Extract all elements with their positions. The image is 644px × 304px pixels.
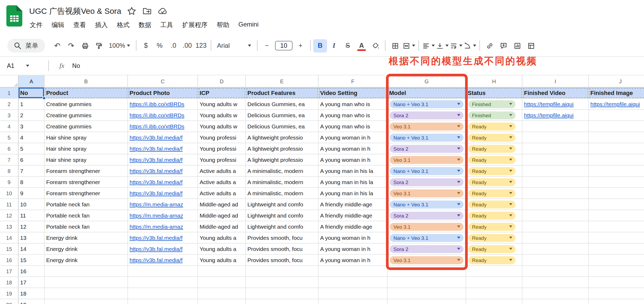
product-photo-link-cell[interactable]: https://v3b.fal.media/f xyxy=(128,177,198,188)
product-photo-link-cell[interactable]: https://v3b.fal.media/f xyxy=(128,255,198,266)
currency-format-button[interactable]: $ xyxy=(139,39,153,52)
header-cell-no[interactable]: No xyxy=(19,88,45,99)
status-dropdown-chip[interactable]: Ready xyxy=(468,156,516,164)
header-cell-model[interactable]: Model xyxy=(388,88,466,99)
decrease-decimal-button[interactable]: .0 xyxy=(166,39,180,52)
strikethrough-button[interactable]: S xyxy=(341,39,355,52)
status-dropdown-chip[interactable]: Ready xyxy=(468,200,516,208)
horizontal-align-button[interactable] xyxy=(422,39,435,52)
column-header-C[interactable]: C xyxy=(128,75,198,88)
row-header-12[interactable]: 12 xyxy=(0,210,19,221)
status-dropdown-chip[interactable]: Finished xyxy=(468,100,516,108)
search-menus-button[interactable]: 菜单 xyxy=(7,39,45,53)
fill-color-button[interactable] xyxy=(368,39,382,52)
row-header-2[interactable]: 2 xyxy=(0,99,19,110)
model-dropdown-chip[interactable]: Veo 3.1 xyxy=(390,223,463,231)
zoom-selector[interactable]: 100% xyxy=(106,39,133,52)
row-header-18[interactable]: 18 xyxy=(0,277,19,288)
row-header-19[interactable]: 19 xyxy=(0,288,19,299)
row-header-16[interactable]: 16 xyxy=(0,255,19,266)
status-dropdown-chip[interactable]: Ready xyxy=(468,245,516,253)
bold-button[interactable]: B xyxy=(313,39,327,52)
model-dropdown-chip[interactable]: Veo 3.1 xyxy=(390,189,463,197)
formula-input[interactable]: No xyxy=(72,63,80,69)
product-photo-link-cell[interactable]: https://v3b.fal.media/f xyxy=(128,244,198,255)
status-dropdown-chip[interactable]: Ready xyxy=(468,211,516,219)
model-dropdown-chip[interactable]: Nano + Veo 3.1 xyxy=(390,100,463,108)
header-cell-finished-video[interactable]: Finished Video xyxy=(522,88,589,99)
font-selector[interactable]: Arial xyxy=(214,39,254,52)
menu-help[interactable]: 帮助 xyxy=(213,19,233,31)
model-dropdown-chip[interactable]: Sora 2 xyxy=(390,211,463,219)
column-header-D[interactable]: D xyxy=(198,75,246,88)
row-header-8[interactable]: 8 xyxy=(0,166,19,177)
row-header-5[interactable]: 5 xyxy=(0,132,19,143)
finished-video-link-cell[interactable]: https://tempfile.aiqui xyxy=(522,99,589,110)
product-photo-link-cell[interactable]: https://m.media-amaz xyxy=(128,199,198,210)
fill-handle[interactable] xyxy=(42,97,46,100)
column-header-F[interactable]: F xyxy=(319,75,388,88)
select-all-button[interactable] xyxy=(0,75,19,88)
header-cell-finished-image[interactable]: Finished Image xyxy=(589,88,644,99)
header-cell-product-photo[interactable]: Product Photo xyxy=(128,88,198,99)
sheets-logo[interactable] xyxy=(6,5,22,29)
row-header-3[interactable]: 3 xyxy=(0,110,19,121)
status-dropdown-chip[interactable]: Ready xyxy=(468,133,516,141)
product-photo-link-cell[interactable]: https://v3b.fal.media/f xyxy=(128,132,198,143)
name-box[interactable]: A1 xyxy=(0,63,46,69)
undo-button[interactable]: ↶ xyxy=(50,39,64,52)
row-header-10[interactable]: 10 xyxy=(0,188,19,199)
menu-view[interactable]: 查看 xyxy=(70,19,90,31)
menu-gemini[interactable]: Gemini xyxy=(235,19,262,31)
finished-image-link-cell[interactable]: https://tempfile.aiqui xyxy=(589,99,644,110)
product-photo-link-cell[interactable]: https://v3b.fal.media/f xyxy=(128,232,198,244)
insert-link-button[interactable] xyxy=(483,39,496,52)
table-icon[interactable] xyxy=(524,39,538,52)
model-dropdown-chip[interactable]: Sora 2 xyxy=(390,245,463,253)
column-header-H[interactable]: H xyxy=(466,75,522,88)
column-header-J[interactable]: J xyxy=(589,75,644,88)
row-header-14[interactable]: 14 xyxy=(0,232,19,244)
menu-file[interactable]: 文件 xyxy=(26,19,46,31)
menu-tools[interactable]: 工具 xyxy=(157,19,177,31)
product-photo-link-cell[interactable]: https://i.ibb.co/xtBRDs xyxy=(128,99,198,110)
row-header-6[interactable]: 6 xyxy=(0,143,19,154)
italic-button[interactable]: I xyxy=(327,39,341,52)
model-dropdown-chip[interactable]: Nano + Veo 3.1 xyxy=(390,234,463,242)
status-dropdown-chip[interactable]: Ready xyxy=(468,145,516,153)
model-dropdown-chip[interactable]: Veo 3.1 xyxy=(390,156,463,164)
product-photo-link-cell[interactable]: https://i.ibb.co/xtBRDs xyxy=(128,110,198,121)
column-header-I[interactable]: I xyxy=(522,75,589,88)
insert-comment-button[interactable] xyxy=(496,39,510,52)
vertical-align-button[interactable] xyxy=(435,39,449,52)
percent-format-button[interactable]: % xyxy=(153,39,166,52)
product-photo-link-cell[interactable]: https://v3b.fal.media/f xyxy=(128,166,198,177)
header-cell-status[interactable]: Status xyxy=(466,88,522,99)
product-photo-link-cell[interactable]: https://i.ibb.co/xtBRDs xyxy=(128,121,198,132)
row-header-1[interactable]: 1 xyxy=(0,88,19,99)
model-dropdown-chip[interactable]: Nano + Veo 3.1 xyxy=(390,200,463,208)
row-header-7[interactable]: 7 xyxy=(0,154,19,166)
text-color-button[interactable]: A xyxy=(355,39,368,52)
menu-insert[interactable]: 插入 xyxy=(91,19,111,31)
status-dropdown-chip[interactable]: Ready xyxy=(468,234,516,242)
status-dropdown-chip[interactable]: Ready xyxy=(468,178,516,186)
move-folder-icon[interactable] xyxy=(143,6,152,16)
document-title[interactable]: UGC 广告视频Veo & Sora xyxy=(29,6,121,16)
row-header-4[interactable]: 4 xyxy=(0,121,19,132)
menu-format[interactable]: 格式 xyxy=(113,19,133,31)
row-header-20[interactable]: 20 xyxy=(0,299,19,304)
column-header-G[interactable]: G xyxy=(388,75,466,88)
finished-video-link-cell[interactable]: https://tempfile.aiqui xyxy=(522,110,589,121)
model-dropdown-chip[interactable]: Sora 2 xyxy=(390,145,463,153)
model-dropdown-chip[interactable]: Nano + Veo 3.1 xyxy=(390,133,463,141)
header-cell-video-setting[interactable]: Video Setting xyxy=(319,88,388,99)
status-dropdown-chip[interactable]: Ready xyxy=(468,167,516,175)
borders-button[interactable] xyxy=(388,39,402,52)
product-photo-link-cell[interactable]: https://m.media-amaz xyxy=(128,210,198,221)
status-dropdown-chip[interactable]: Ready xyxy=(468,256,516,264)
paint-format-button[interactable] xyxy=(92,39,106,52)
decrease-font-size-button[interactable]: − xyxy=(260,39,274,52)
status-dropdown-chip[interactable]: Ready xyxy=(468,122,516,130)
model-dropdown-chip[interactable]: Veo 3.1 xyxy=(390,256,463,264)
